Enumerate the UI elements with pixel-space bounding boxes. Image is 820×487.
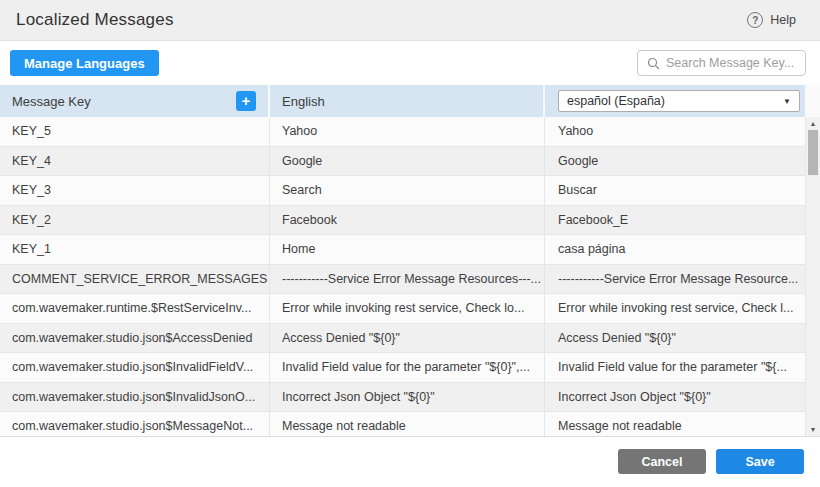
- english-header-label: English: [282, 94, 325, 109]
- cell-english[interactable]: Yahoo: [270, 117, 545, 146]
- column-header-message-key: Message Key +: [0, 85, 270, 117]
- scroll-up-icon[interactable]: ▲: [806, 119, 820, 129]
- cell-english[interactable]: Google: [270, 147, 545, 176]
- language-select-value: español (España): [567, 94, 665, 108]
- cell-message-key: KEY_1: [0, 235, 270, 264]
- help-icon: ?: [747, 12, 763, 28]
- cell-translation[interactable]: Invalid Field value for the parameter "$…: [545, 353, 805, 382]
- message-key-header-label: Message Key: [12, 94, 91, 109]
- footer: Cancel Save: [0, 437, 820, 486]
- cell-message-key: com.wavemaker.studio.json$InvalidFieldV.…: [0, 353, 270, 382]
- cell-translation[interactable]: Yahoo: [545, 117, 805, 146]
- header-scrollbar-spacer: [805, 85, 820, 117]
- table-row: com.wavemaker.studio.json$InvalidFieldV.…: [0, 353, 805, 383]
- plus-icon: +: [242, 92, 251, 110]
- cell-english[interactable]: Error while invoking rest service, Check…: [270, 294, 545, 323]
- add-message-key-button[interactable]: +: [236, 91, 256, 111]
- table-header: Message Key + English español (España) ▼: [0, 85, 820, 117]
- cell-english[interactable]: Incorrect Json Object "${0}": [270, 383, 545, 412]
- titlebar: Localized Messages ? Help: [0, 0, 820, 41]
- page-title: Localized Messages: [16, 10, 174, 30]
- cell-english[interactable]: Access Denied "${0}": [270, 324, 545, 353]
- cell-message-key: KEY_2: [0, 206, 270, 235]
- cell-translation[interactable]: Access Denied "${0}": [545, 324, 805, 353]
- table-row: COMMENT_SERVICE_ERROR_MESSAGES ---------…: [0, 265, 805, 295]
- cell-message-key: com.wavemaker.studio.json$MessageNot...: [0, 412, 270, 437]
- cell-english[interactable]: Search: [270, 176, 545, 205]
- cell-message-key: KEY_5: [0, 117, 270, 146]
- table-row: KEY_1 Home casa página: [0, 235, 805, 265]
- table-body-container: KEY_5 Yahoo Yahoo KEY_4 Google Google KE…: [0, 117, 820, 437]
- help-label: Help: [770, 13, 796, 27]
- table-body: KEY_5 Yahoo Yahoo KEY_4 Google Google KE…: [0, 117, 820, 437]
- toolbar: Manage Languages: [0, 41, 820, 85]
- cell-translation[interactable]: Error while invoking rest service, Check…: [545, 294, 805, 323]
- table-row: com.wavemaker.studio.json$InvalidJsonO..…: [0, 383, 805, 413]
- cell-translation[interactable]: Message not readable: [545, 412, 805, 437]
- cell-english[interactable]: Message not readable: [270, 412, 545, 437]
- table-row: KEY_3 Search Buscar: [0, 176, 805, 206]
- cell-message-key: KEY_3: [0, 176, 270, 205]
- search-input[interactable]: [666, 56, 796, 70]
- manage-languages-button[interactable]: Manage Languages: [10, 50, 159, 76]
- table-row: KEY_4 Google Google: [0, 147, 805, 177]
- cell-english[interactable]: -----------Service Error Message Resourc…: [270, 265, 545, 294]
- cell-english[interactable]: Facebook: [270, 206, 545, 235]
- help-button[interactable]: ? Help: [747, 12, 796, 28]
- chevron-down-icon: ▼: [783, 97, 791, 106]
- cell-message-key: COMMENT_SERVICE_ERROR_MESSAGES: [0, 265, 270, 294]
- table-row: com.wavemaker.studio.json$AccessDenied A…: [0, 324, 805, 354]
- cell-translation[interactable]: Buscar: [545, 176, 805, 205]
- table-row: com.wavemaker.runtime.$RestServiceInv...…: [0, 294, 805, 324]
- cell-translation[interactable]: casa página: [545, 235, 805, 264]
- table-row: com.wavemaker.studio.json$MessageNot... …: [0, 412, 805, 437]
- cell-english[interactable]: Invalid Field value for the parameter "$…: [270, 353, 545, 382]
- cell-message-key: KEY_4: [0, 147, 270, 176]
- language-select[interactable]: español (España) ▼: [558, 90, 800, 112]
- cell-message-key: com.wavemaker.runtime.$RestServiceInv...: [0, 294, 270, 323]
- table-row: KEY_5 Yahoo Yahoo: [0, 117, 805, 147]
- cell-translation[interactable]: Incorrect Json Object "${0}": [545, 383, 805, 412]
- cell-english[interactable]: Home: [270, 235, 545, 264]
- search-icon: [647, 57, 660, 70]
- column-header-english: English: [270, 85, 545, 117]
- cell-message-key: com.wavemaker.studio.json$AccessDenied: [0, 324, 270, 353]
- table-row: KEY_2 Facebook Facebook_E: [0, 206, 805, 236]
- search-box[interactable]: [637, 50, 806, 76]
- cell-message-key: com.wavemaker.studio.json$InvalidJsonO..…: [0, 383, 270, 412]
- cell-translation[interactable]: Google: [545, 147, 805, 176]
- cancel-button[interactable]: Cancel: [618, 449, 706, 474]
- scrollbar-thumb[interactable]: [808, 130, 818, 175]
- cell-translation[interactable]: -----------Service Error Message Resourc…: [545, 265, 805, 294]
- column-header-language: español (España) ▼: [545, 85, 805, 117]
- save-button[interactable]: Save: [716, 449, 804, 474]
- cell-translation[interactable]: Facebook_E: [545, 206, 805, 235]
- vertical-scrollbar[interactable]: ▲ ▼: [805, 117, 820, 437]
- scroll-down-icon[interactable]: ▼: [806, 425, 820, 435]
